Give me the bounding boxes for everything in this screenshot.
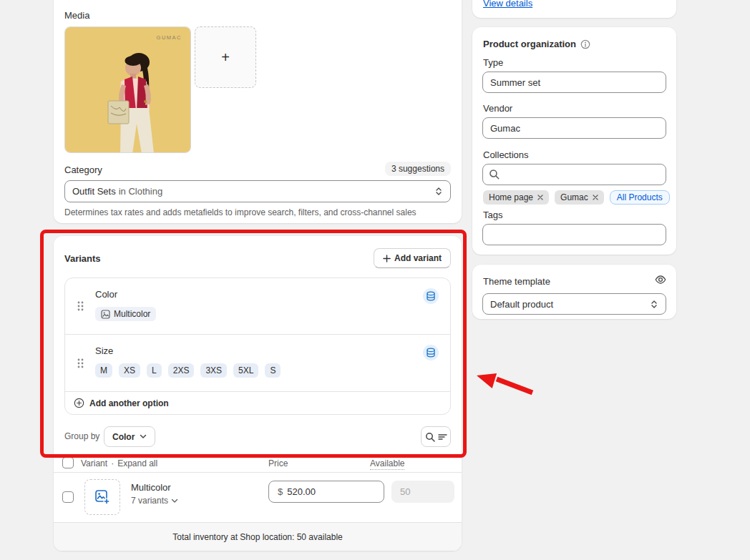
type-label: Type bbox=[483, 57, 503, 68]
type-input[interactable] bbox=[482, 72, 666, 93]
variant-count-toggle[interactable]: 7 variants bbox=[131, 496, 178, 506]
theme-template-select[interactable]: Default product bbox=[482, 293, 666, 315]
collections-search-input[interactable] bbox=[482, 164, 666, 185]
select-all-checkbox[interactable] bbox=[62, 457, 74, 468]
header-separator: · bbox=[111, 458, 114, 468]
select-updown-icon bbox=[650, 300, 658, 309]
option-row-color: Color Multicolor bbox=[65, 278, 450, 334]
variant-add-image-button[interactable] bbox=[84, 479, 120, 515]
search-icon bbox=[489, 169, 500, 180]
header-available: Available bbox=[370, 458, 404, 470]
remove-chip-icon[interactable] bbox=[593, 195, 598, 200]
drag-handle-icon[interactable] bbox=[65, 278, 95, 334]
variant-count-label: 7 variants bbox=[131, 496, 168, 506]
option-row-size: Size M XS L 2XS 3XS 5XL S bbox=[65, 334, 450, 391]
price-value: 520.00 bbox=[287, 486, 316, 497]
collections-search bbox=[482, 164, 666, 185]
category-help-text: Determines tax rates and adds metafields… bbox=[64, 207, 417, 217]
option-name[interactable]: Color bbox=[95, 289, 156, 300]
image-icon bbox=[101, 310, 110, 319]
filter-icon bbox=[438, 433, 447, 441]
size-chip[interactable]: 3XS bbox=[200, 363, 227, 378]
header-variant: Variant bbox=[81, 458, 107, 468]
add-variant-label: Add variant bbox=[394, 253, 442, 263]
variant-options-list: Color Multicolor bbox=[64, 277, 451, 415]
remove-chip-icon[interactable] bbox=[537, 195, 543, 200]
tags-input[interactable] bbox=[482, 224, 666, 245]
variants-card: Variants Add variant Color bbox=[54, 236, 462, 551]
annotation-arrow bbox=[465, 358, 544, 401]
size-values: M XS L 2XS 3XS 5XL S bbox=[95, 363, 281, 378]
variant-table-header: Variant · Expand all Price Available bbox=[54, 456, 462, 473]
plus-icon bbox=[383, 255, 391, 262]
chevron-down-icon bbox=[140, 434, 147, 439]
available-input-disabled: 50 bbox=[391, 481, 454, 503]
preview-eye-icon[interactable] bbox=[654, 274, 667, 288]
collection-chip[interactable]: Gumac bbox=[555, 190, 604, 205]
size-chip[interactable]: M bbox=[95, 363, 112, 378]
category-suggestions-badge[interactable]: 3 suggestions bbox=[385, 162, 451, 176]
add-media-button[interactable]: + bbox=[195, 26, 256, 88]
plus-icon: + bbox=[221, 49, 230, 66]
group-by-label: Group by bbox=[64, 426, 99, 447]
collection-chip-label: Gumac bbox=[560, 192, 588, 202]
collection-chip[interactable]: Home page bbox=[483, 190, 549, 205]
search-icon bbox=[425, 432, 435, 442]
row-checkbox[interactable] bbox=[62, 491, 74, 503]
available-value: 50 bbox=[400, 486, 410, 497]
tags-label: Tags bbox=[483, 210, 502, 220]
collection-chip-label: Home page bbox=[489, 192, 533, 202]
media-category-card: Media GUMAC bbox=[54, 0, 462, 223]
group-by-value: Color bbox=[112, 432, 135, 442]
variants-title: Variants bbox=[64, 253, 101, 264]
size-chip[interactable]: 5XL bbox=[233, 363, 258, 378]
add-variant-button[interactable]: Add variant bbox=[374, 248, 451, 268]
size-chip[interactable]: L bbox=[147, 363, 162, 378]
metafield-connection-icon[interactable] bbox=[423, 345, 439, 360]
collections-label: Collections bbox=[483, 149, 529, 160]
option-name[interactable]: Size bbox=[95, 345, 281, 356]
chevron-down-icon bbox=[171, 498, 178, 503]
media-section-label: Media bbox=[64, 10, 89, 21]
add-image-icon bbox=[94, 489, 110, 505]
category-value-context: in Clothing bbox=[119, 186, 162, 197]
category-value: Outfit Sets bbox=[72, 186, 116, 197]
search-and-filter-button[interactable] bbox=[421, 426, 451, 447]
product-organization-card: Product organization Type Vendor Collect… bbox=[472, 27, 676, 255]
header-price: Price bbox=[268, 458, 288, 468]
metafield-connection-icon[interactable] bbox=[423, 288, 439, 304]
add-another-option-label: Add another option bbox=[89, 398, 169, 408]
currency-prefix: $ bbox=[278, 486, 283, 497]
theme-template-value: Default product bbox=[490, 299, 553, 310]
group-by-dropdown[interactable]: Color bbox=[104, 426, 155, 447]
size-chip[interactable]: XS bbox=[119, 363, 140, 378]
category-label: Category bbox=[64, 164, 102, 175]
theme-template-card: Theme template Default product bbox=[472, 265, 676, 319]
inventory-summary-text: Total inventory at Shop location: 50 ava… bbox=[172, 532, 343, 542]
photo-brand-text: GUMAC bbox=[157, 34, 182, 41]
info-icon[interactable] bbox=[580, 39, 590, 49]
variant-group-name: Multicolor bbox=[131, 482, 171, 493]
product-media-thumbnail[interactable]: GUMAC bbox=[64, 26, 191, 153]
expand-all-button[interactable]: Expand all bbox=[117, 458, 157, 468]
option-value-label: Multicolor bbox=[114, 309, 150, 319]
category-select[interactable]: Outfit Sets in Clothing bbox=[64, 180, 451, 202]
variant-table-row: Multicolor 7 variants $ 520.00 50 bbox=[54, 473, 462, 521]
size-chip[interactable]: S bbox=[265, 363, 281, 378]
view-details-link[interactable]: View details bbox=[483, 0, 532, 9]
price-input[interactable]: $ 520.00 bbox=[268, 481, 384, 503]
product-photo: GUMAC bbox=[65, 27, 191, 153]
add-another-option-button[interactable]: Add another option bbox=[65, 391, 450, 414]
vendor-label: Vendor bbox=[483, 103, 512, 114]
size-chip[interactable]: 2XS bbox=[168, 363, 195, 378]
shopify-product-edit-page: Media GUMAC bbox=[0, 0, 750, 560]
option-value-chip[interactable]: Multicolor bbox=[95, 307, 156, 321]
collections-chips: Home page Gumac All Products bbox=[483, 190, 670, 205]
select-updown-icon bbox=[434, 187, 443, 196]
vendor-input[interactable] bbox=[482, 117, 666, 139]
drag-handle-icon[interactable] bbox=[65, 335, 95, 391]
insights-card: View details bbox=[472, 0, 676, 18]
circle-plus-icon bbox=[74, 398, 84, 408]
collection-suggestion-chip[interactable]: All Products bbox=[610, 190, 670, 205]
theme-template-title: Theme template bbox=[483, 276, 550, 287]
